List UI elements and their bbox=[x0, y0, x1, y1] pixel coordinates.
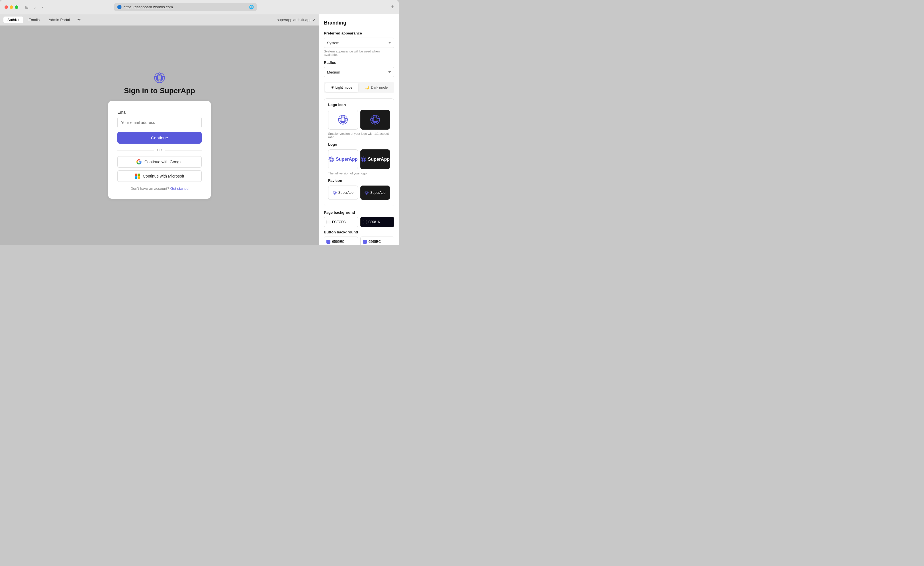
button-bg-light-value: 6565EC bbox=[332, 240, 344, 244]
logo-app-name-dark: SuperApp bbox=[368, 157, 390, 162]
top-nav: AuthKit Emails Admin Portal ☀ superapp.a… bbox=[0, 14, 319, 26]
favicon-icon-light bbox=[333, 191, 337, 195]
preferred-appearance-select[interactable]: System bbox=[324, 38, 394, 48]
globe-icon: 🌐 bbox=[249, 5, 254, 9]
email-label: Email bbox=[117, 110, 202, 114]
microsoft-icon bbox=[135, 173, 140, 179]
no-account-text: Don't have an account? bbox=[130, 187, 169, 191]
radius-select[interactable]: Medium bbox=[324, 67, 394, 77]
or-divider: OR bbox=[117, 148, 202, 152]
sidebar-toggle-icon[interactable]: ⊞ bbox=[24, 4, 30, 10]
address-bar[interactable]: 🔵 https://dashboard.workos.com 🌐 bbox=[114, 3, 256, 11]
window-controls: ⊞ ⌄ ‹ bbox=[24, 4, 46, 10]
microsoft-btn-label: Continue with Microsoft bbox=[143, 174, 184, 178]
button-bg-row: 6565EC 6565EC bbox=[324, 236, 394, 245]
favicon-app-name-light: SuperApp bbox=[338, 191, 354, 195]
nav-right: superapp.authkit.app ↗ bbox=[277, 18, 316, 22]
preferred-appearance-label: Preferred appearance bbox=[324, 31, 394, 35]
tab-authkit[interactable]: AuthKit bbox=[3, 17, 23, 23]
external-link[interactable]: superapp.authkit.app ↗ bbox=[277, 18, 316, 22]
back-icon[interactable]: ‹ bbox=[40, 4, 46, 10]
light-mode-button[interactable]: ☀ Light mode bbox=[325, 83, 358, 92]
logo-icon-light-svg bbox=[338, 114, 348, 125]
continue-button[interactable]: Continue bbox=[117, 132, 202, 144]
logo-icon-dark[interactable] bbox=[360, 110, 390, 129]
logo-hint: The full version of your logo bbox=[328, 172, 390, 175]
svg-point-8 bbox=[370, 115, 380, 124]
light-mode-label: Light mode bbox=[336, 86, 352, 89]
divider-line-right bbox=[165, 150, 202, 151]
right-panel: Branding Preferred appearance System Sys… bbox=[319, 14, 399, 245]
app-logo-icon bbox=[154, 72, 165, 83]
panel-title: Branding bbox=[324, 20, 394, 26]
dark-mode-button[interactable]: 🌙 Dark mode bbox=[360, 83, 393, 92]
url-text: https://dashboard.workos.com bbox=[123, 5, 172, 9]
google-btn-label: Continue with Google bbox=[144, 160, 183, 164]
svg-point-3 bbox=[158, 73, 162, 83]
logo-icon-light[interactable] bbox=[328, 110, 358, 129]
microsoft-signin-button[interactable]: Continue with Microsoft bbox=[117, 170, 202, 182]
appearance-toggle: ☀ Light mode 🌙 Dark mode bbox=[324, 82, 394, 93]
logo-full-dark-content: SuperApp bbox=[361, 157, 390, 162]
svg-point-7 bbox=[341, 115, 345, 124]
email-input[interactable] bbox=[117, 117, 202, 128]
traffic-lights bbox=[4, 5, 18, 9]
favicon-dark[interactable]: SuperApp bbox=[360, 185, 390, 200]
security-icon: 🔵 bbox=[117, 5, 122, 9]
logo-pair: SuperApp SuperApp bbox=[328, 149, 390, 169]
google-icon bbox=[136, 159, 141, 164]
logo-icon-pair bbox=[328, 110, 390, 129]
signin-card: Email Continue OR Continue bbox=[108, 101, 211, 199]
svg-point-6 bbox=[338, 118, 348, 122]
page-bg-dark-swatch bbox=[363, 220, 367, 224]
or-text: OR bbox=[157, 148, 162, 152]
minimize-button[interactable] bbox=[10, 5, 13, 9]
button-bg-dark-swatch bbox=[363, 240, 367, 244]
tab-emails[interactable]: Emails bbox=[24, 17, 44, 23]
appearance-hint: System appearance will be used when avai… bbox=[324, 50, 394, 56]
sun-icon: ☀ bbox=[331, 86, 334, 89]
main-layout: AuthKit Emails Admin Portal ☀ superapp.a… bbox=[0, 14, 399, 245]
close-button[interactable] bbox=[4, 5, 8, 9]
divider-line-left bbox=[117, 150, 154, 151]
favicon-pair: SuperApp SuperApp bbox=[328, 185, 390, 200]
maximize-button[interactable] bbox=[15, 5, 18, 9]
logo-small-light-svg bbox=[328, 157, 334, 162]
tab-admin-portal[interactable]: Admin Portal bbox=[45, 17, 74, 23]
svg-point-10 bbox=[370, 118, 380, 122]
page-bg-light-value: FCFCFC bbox=[332, 220, 346, 224]
svg-point-4 bbox=[338, 115, 348, 124]
moon-icon: 🌙 bbox=[365, 86, 369, 89]
svg-point-0 bbox=[154, 73, 164, 83]
logo-dark[interactable]: SuperApp bbox=[360, 149, 390, 169]
svg-point-11 bbox=[373, 115, 377, 124]
logo-icon-hint: Smaller version of your logo with 1:1 as… bbox=[328, 132, 390, 139]
radius-label: Radius bbox=[324, 60, 394, 65]
page-bg-dark-box[interactable]: 080816 bbox=[360, 217, 394, 227]
button-bg-dark-box[interactable]: 6565EC bbox=[360, 236, 394, 245]
page-bg-light-box[interactable]: FCFCFC bbox=[324, 217, 358, 227]
logo-full-light-content: SuperApp bbox=[328, 157, 357, 162]
chevron-down-icon[interactable]: ⌄ bbox=[32, 4, 38, 10]
logo-app-name-light: SuperApp bbox=[336, 157, 357, 162]
button-bg-label: Button background bbox=[324, 230, 394, 234]
theme-toggle-icon[interactable]: ☀ bbox=[75, 16, 83, 24]
page-bg-light-swatch bbox=[326, 220, 330, 224]
get-started-link[interactable]: Get started bbox=[170, 187, 189, 191]
logo-label: Logo bbox=[328, 142, 390, 146]
logo-light[interactable]: SuperApp bbox=[328, 149, 358, 169]
new-tab-button[interactable]: + bbox=[391, 4, 394, 10]
button-bg-light-box[interactable]: 6565EC bbox=[324, 236, 358, 245]
page-bg-row: FCFCFC 080816 bbox=[324, 217, 394, 227]
browser-chrome: ⊞ ⌄ ‹ 🔵 https://dashboard.workos.com 🌐 + bbox=[0, 0, 399, 14]
google-signin-button[interactable]: Continue with Google bbox=[117, 156, 202, 167]
logo-icon-dark-svg bbox=[370, 114, 380, 125]
favicon-light[interactable]: SuperApp bbox=[328, 185, 358, 200]
page-bg-label: Page background bbox=[324, 210, 394, 215]
app-logo-wrapper: Sign in to SuperApp bbox=[124, 72, 195, 95]
favicon-label: Favicon bbox=[328, 178, 390, 183]
branding-card: Logo icon bbox=[324, 98, 394, 206]
favicon-app-name-dark: SuperApp bbox=[370, 191, 386, 195]
page-bg-dark-value: 080816 bbox=[369, 220, 380, 224]
dark-mode-label: Dark mode bbox=[371, 86, 388, 89]
